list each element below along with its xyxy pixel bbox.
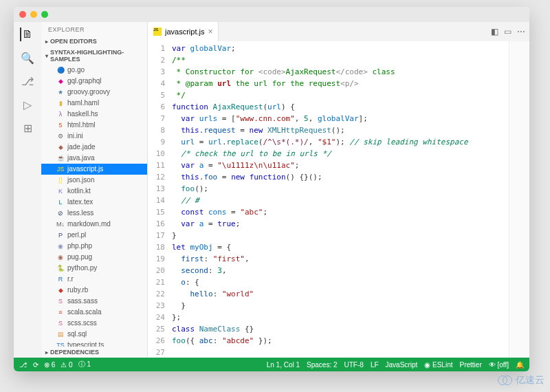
split-icon[interactable]: ▭ [504, 27, 512, 36]
status-encoding[interactable]: UTF-8 [344, 361, 364, 369]
file-item[interactable]: ⚙ini.ini [41, 131, 147, 142]
diff-icon[interactable]: ◧ [491, 27, 498, 36]
scm-icon[interactable]: ⎇ [21, 74, 34, 88]
status-bar: ⎇⟳⊗ 6⚠ 0ⓘ 1 Ln 1, Col 1Spaces: 2UTF-8LFJ… [14, 358, 529, 371]
search-icon[interactable]: 🔍 [21, 51, 34, 65]
file-name: java.java [67, 153, 94, 163]
status-right: Ln 1, Col 1Spaces: 2UTF-8LFJavaScript◉ E… [267, 361, 524, 369]
file-icon: ≡ [56, 308, 65, 316]
file-name: haml.haml [67, 98, 99, 108]
status-left: ⎇⟳⊗ 6⚠ 0ⓘ 1 [19, 360, 91, 369]
tab-bar: JS javascript.js × ◧ ▭ ⋯ [148, 22, 529, 41]
file-icon: JS [56, 165, 65, 173]
window-close-button[interactable] [19, 11, 26, 18]
file-item[interactable]: ★groovy.groovy [41, 87, 147, 98]
status-errors[interactable]: ⊗ 6 [44, 360, 55, 369]
status-language[interactable]: JavaScript [386, 361, 418, 369]
status-info[interactable]: ⓘ 1 [78, 360, 91, 369]
file-item[interactable]: Ssass.sass [41, 296, 147, 307]
explorer-icon[interactable]: 🗎 [20, 28, 34, 41]
file-item[interactable]: ◉php.php [41, 241, 147, 252]
file-item[interactable]: ▮haml.haml [41, 98, 147, 109]
status-bell[interactable]: 🔔 [516, 361, 524, 369]
file-tree[interactable]: 🔵go.go◆gql.graphql★groovy.groovy▮haml.ha… [41, 65, 147, 347]
file-item[interactable]: ◆ruby.rb [41, 285, 147, 296]
file-item[interactable]: M↓markdown.md [41, 219, 147, 230]
file-name: ini.ini [67, 131, 83, 141]
status-git-branch[interactable]: ⎇ [19, 360, 28, 369]
file-icon: 🐍 [56, 264, 65, 272]
activity-bar: 🗎 🔍 ⎇ ▷ ⊞ [14, 22, 41, 358]
file-item[interactable]: {}json.json [41, 175, 147, 186]
file-item[interactable]: JSjavascript.js [41, 164, 147, 175]
file-name: pug.pug [67, 252, 92, 262]
file-item[interactable]: 🔵go.go [41, 65, 147, 76]
status-live[interactable]: 👁 [off] [489, 361, 509, 369]
file-item[interactable]: Kkotlin.kt [41, 186, 147, 197]
file-icon: P [56, 231, 65, 239]
close-icon[interactable]: × [208, 27, 212, 36]
more-icon[interactable]: ⋯ [517, 27, 525, 36]
file-name: haskell.hs [67, 109, 98, 119]
debug-icon[interactable]: ▷ [21, 98, 34, 111]
extensions-icon[interactable]: ⊞ [21, 121, 34, 135]
file-item[interactable]: Llatex.tex [41, 197, 147, 208]
file-name: json.json [67, 175, 94, 185]
status-cursor[interactable]: Ln 1, Col 1 [267, 361, 300, 369]
section-open-editors[interactable]: ▸OPEN EDITORS [41, 36, 147, 47]
tab-javascript-js[interactable]: JS javascript.js × [148, 22, 219, 41]
file-name: r.r [67, 274, 74, 284]
file-icon: S [56, 297, 65, 305]
file-item[interactable]: 5html.html [41, 120, 147, 131]
section-dependencies[interactable]: ▸DEPENDENCIES [41, 347, 147, 358]
file-icon: S [56, 319, 65, 327]
file-icon: ⚙ [56, 132, 65, 140]
file-name: go.go [67, 65, 85, 75]
file-name: sass.sass [67, 296, 98, 306]
file-item[interactable]: ◆jade.jade [41, 142, 147, 153]
file-name: jade.jade [67, 142, 96, 152]
file-item[interactable]: ◆gql.graphql [41, 76, 147, 87]
file-icon: ☕ [56, 154, 65, 162]
file-icon: L [56, 198, 65, 206]
titlebar [14, 7, 529, 22]
window-body: 🗎 🔍 ⎇ ▷ ⊞ EXPLORER ▸OPEN EDITORS ▾SYNTAX… [14, 22, 529, 358]
file-item[interactable]: ◉pug.pug [41, 252, 147, 263]
file-item[interactable]: Pperl.pl [41, 230, 147, 241]
status-eslint[interactable]: ◉ ESLint [424, 361, 452, 369]
chevron-down-icon: ▾ [45, 53, 48, 59]
file-icon: ◆ [56, 286, 65, 294]
status-prettier[interactable]: Prettier [459, 361, 481, 369]
status-spaces[interactable]: Spaces: 2 [307, 361, 337, 369]
file-item[interactable]: ▤sql.sql [41, 329, 147, 340]
sidebar-title: EXPLORER [41, 22, 147, 36]
file-icon: λ [56, 110, 65, 118]
file-name: groovy.groovy [67, 87, 110, 97]
file-item[interactable]: 🐍python.py [41, 263, 147, 274]
file-item[interactable]: TStypescript.ts [41, 340, 147, 347]
file-item[interactable]: λhaskell.hs [41, 109, 147, 120]
status-sync[interactable]: ⟳ [33, 360, 38, 369]
file-icon: ◉ [56, 242, 65, 250]
file-item[interactable]: ⊘less.less [41, 208, 147, 219]
minimap[interactable] [509, 41, 529, 358]
tab-label: javascript.js [165, 28, 204, 36]
file-item[interactable]: Rr.r [41, 274, 147, 285]
code-editor[interactable]: 1234567891011121314151617181920212223242… [148, 41, 529, 358]
code-content[interactable]: var globalVar;/** * Constructor for <cod… [172, 41, 509, 358]
file-name: less.less [67, 208, 94, 218]
file-icon: K [56, 187, 65, 195]
window-maximize-button[interactable] [41, 11, 48, 18]
section-project[interactable]: ▾SYNTAX-HIGHLIGHTING-SAMPLES [41, 47, 147, 65]
file-name: markdown.md [67, 219, 111, 229]
window-minimize-button[interactable] [30, 11, 37, 18]
file-item[interactable]: ☕java.java [41, 153, 147, 164]
file-name: scala.scala [67, 307, 101, 317]
file-item[interactable]: Sscss.scss [41, 318, 147, 329]
file-name: html.html [67, 120, 96, 130]
editor-area: JS javascript.js × ◧ ▭ ⋯ 123456789101112… [148, 22, 529, 358]
file-item[interactable]: ≡scala.scala [41, 307, 147, 318]
chevron-right-icon: ▸ [45, 349, 48, 356]
status-warnings[interactable]: ⚠ 0 [60, 360, 72, 369]
status-eol[interactable]: LF [371, 361, 379, 369]
